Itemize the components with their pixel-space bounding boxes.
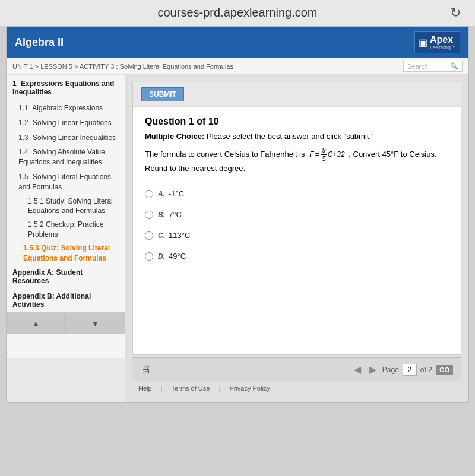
- fraction-denominator: 5: [321, 155, 327, 163]
- question-area: Question 1 of 10 Multiple Choice: Please…: [133, 107, 461, 276]
- formula-f: F: [309, 149, 314, 160]
- browser-bar: courses-prd.apexlearning.com ↻: [0, 0, 475, 26]
- content-area: SUBMIT Question 1 of 10 Multiple Choice:…: [125, 75, 468, 402]
- question-title: Question 1 of 10: [145, 116, 449, 127]
- browser-url: courses-prd.apexlearning.com: [157, 6, 317, 20]
- page-nav: ◀ ▶ Page of 2 GO: [352, 363, 453, 376]
- divider-1: |: [161, 385, 163, 392]
- refresh-button[interactable]: ↻: [450, 5, 461, 21]
- search-box[interactable]: Search 🔍: [403, 61, 463, 72]
- sidebar-wrapper: 1 Expressions Equations and Inequalities…: [7, 75, 125, 402]
- sidebar-nav-down-button[interactable]: ▼: [66, 313, 125, 334]
- nav-left-button[interactable]: ◀: [352, 363, 363, 376]
- formula-equals: =: [315, 149, 319, 160]
- option-letter-c: C.: [158, 231, 165, 240]
- breadcrumb-bar: UNIT 1 > LESSON 5 > ACTIVITY 3 : Solving…: [7, 58, 468, 75]
- sidebar-footer: ▲ ▼: [7, 312, 125, 334]
- apex-logo-name: Apex: [430, 34, 453, 45]
- item-num-1-3: 1.3: [18, 134, 28, 142]
- content-panel: SUBMIT Question 1 of 10 Multiple Choice:…: [132, 82, 461, 355]
- answer-option-b[interactable]: B. 7°C: [145, 204, 449, 225]
- item-label-1-3: Solving Linear Inequalities: [33, 134, 116, 142]
- radio-c[interactable]: [145, 231, 153, 240]
- submit-button[interactable]: SUBMIT: [141, 87, 184, 101]
- option-text-b: 7°C: [169, 210, 182, 219]
- radio-d[interactable]: [145, 252, 153, 261]
- sidebar-nav-up-button[interactable]: ▲: [7, 313, 66, 334]
- section-num: 1: [12, 80, 17, 88]
- bottom-links: Help | Terms of Use | Privacy Policy: [132, 381, 461, 395]
- apex-logo-icon: ▣: [419, 37, 428, 48]
- answer-option-d[interactable]: D. 49°C: [145, 246, 449, 266]
- sidebar-appendix-b[interactable]: Appendix B: Additional Activities: [7, 288, 125, 312]
- option-text-d: 49°C: [169, 252, 186, 261]
- item-num-1-5: 1.5: [18, 173, 28, 181]
- sidebar-appendix-a[interactable]: Appendix A: Student Resources: [7, 265, 125, 288]
- appendix-b-label: Appendix B: Additional Activities: [12, 292, 91, 309]
- item-num-1-5-3: 1.5.3: [23, 244, 39, 252]
- radio-b[interactable]: [145, 211, 153, 219]
- fraction: 9 5: [321, 147, 327, 163]
- appendix-a-label: Appendix A: Student Resources: [12, 268, 83, 285]
- sidebar-item-1-5-3[interactable]: 1.5.3 Quiz: Solving Literal Equations an…: [7, 242, 125, 265]
- terms-link[interactable]: Terms of Use: [172, 385, 210, 392]
- option-text-c: 113°C: [169, 231, 190, 240]
- privacy-link[interactable]: Privacy Policy: [229, 385, 270, 392]
- go-button[interactable]: GO: [436, 365, 453, 375]
- question-text: The formula to convert Celsius to Fahren…: [145, 147, 449, 175]
- section-title: Expressions Equations and Inequalities: [12, 80, 114, 96]
- item-num-1-5-2: 1.5.2: [28, 220, 44, 229]
- question-type-label: Multiple Choice:: [145, 132, 204, 141]
- main-layout: 1 Expressions Equations and Inequalities…: [7, 75, 468, 402]
- sidebar-content: 1 Expressions Equations and Inequalities…: [7, 75, 125, 312]
- answer-options: A. -1°C B. 7°C C. 113°C: [145, 183, 449, 266]
- option-letter-d: D.: [158, 252, 165, 261]
- option-letter-a: A.: [158, 190, 165, 198]
- item-num-1-2: 1.2: [18, 119, 28, 127]
- option-text-a: -1°C: [169, 189, 184, 198]
- formula-display: F = 9 5 C +32: [309, 147, 345, 163]
- item-num-1-5-1: 1.5.1: [28, 197, 44, 205]
- item-num-1-4: 1.4: [18, 148, 28, 156]
- page-label: Page: [382, 366, 399, 374]
- sidebar: 1 Expressions Equations and Inequalities…: [7, 75, 125, 358]
- nav-right-button[interactable]: ▶: [367, 363, 379, 376]
- sidebar-item-1-5-2[interactable]: 1.5.2 Checkup: Practice Problems: [7, 218, 125, 242]
- breadcrumb-text: UNIT 1 > LESSON 5 > ACTIVITY 3 : Solving…: [12, 63, 233, 70]
- search-icon: 🔍: [450, 62, 458, 70]
- content-footer: 🖨 ◀ ▶ Page of 2 GO: [132, 357, 461, 381]
- submit-bar: SUBMIT: [133, 82, 461, 107]
- search-placeholder: Search: [407, 63, 428, 70]
- sidebar-item-1-3[interactable]: 1.3 Solving Linear Inequalities: [7, 131, 125, 145]
- item-label-1-5: Solving Literal Equations and Formulas: [18, 173, 111, 191]
- answer-option-a[interactable]: A. -1°C: [145, 183, 449, 204]
- print-icon[interactable]: 🖨: [141, 363, 151, 376]
- sidebar-item-1-5-1[interactable]: 1.5.1 Study: Solving Literal Equations a…: [7, 195, 125, 218]
- formula-plus: +32: [332, 149, 344, 160]
- question-body-text: The formula to convert Celsius to Fahren…: [145, 150, 305, 158]
- apex-logo: ▣ Apex Learning™: [414, 31, 460, 53]
- item-label-1-2: Solving Linear Equations: [33, 119, 112, 127]
- help-link[interactable]: Help: [138, 385, 152, 392]
- app-container: Algebra II ▣ Apex Learning™ UNIT 1 > LES…: [6, 26, 469, 403]
- sidebar-item-1-2[interactable]: 1.2 Solving Linear Equations: [7, 116, 125, 131]
- fraction-numerator: 9: [321, 147, 327, 155]
- apex-logo-text-block: Apex Learning™: [430, 34, 456, 50]
- divider-2: |: [218, 385, 220, 392]
- answer-option-c[interactable]: C. 113°C: [145, 225, 449, 246]
- formula-c: C: [328, 149, 333, 160]
- item-label-1-1: Algebraic Expressions: [32, 104, 103, 112]
- sidebar-item-1-4[interactable]: 1.4 Solving Absolute Value Equations and…: [7, 145, 125, 170]
- apex-logo-sub: Learning™: [430, 45, 456, 50]
- item-label-1-4: Solving Absolute Value Equations and Ine…: [18, 148, 105, 166]
- item-num-1-1: 1.1: [18, 104, 28, 112]
- sidebar-item-1-1[interactable]: 1.1 Algebraic Expressions: [7, 101, 125, 116]
- option-letter-b: B.: [158, 211, 165, 219]
- question-type-desc: Please select the best answer and click …: [207, 132, 374, 141]
- page-input[interactable]: [403, 364, 417, 376]
- sidebar-item-1-5[interactable]: 1.5 Solving Literal Equations and Formul…: [7, 170, 125, 195]
- app-title: Algebra II: [15, 36, 64, 49]
- question-type: Multiple Choice: Please select the best …: [145, 132, 449, 141]
- sidebar-section-1[interactable]: 1 Expressions Equations and Inequalities: [7, 75, 125, 101]
- radio-a[interactable]: [145, 190, 153, 198]
